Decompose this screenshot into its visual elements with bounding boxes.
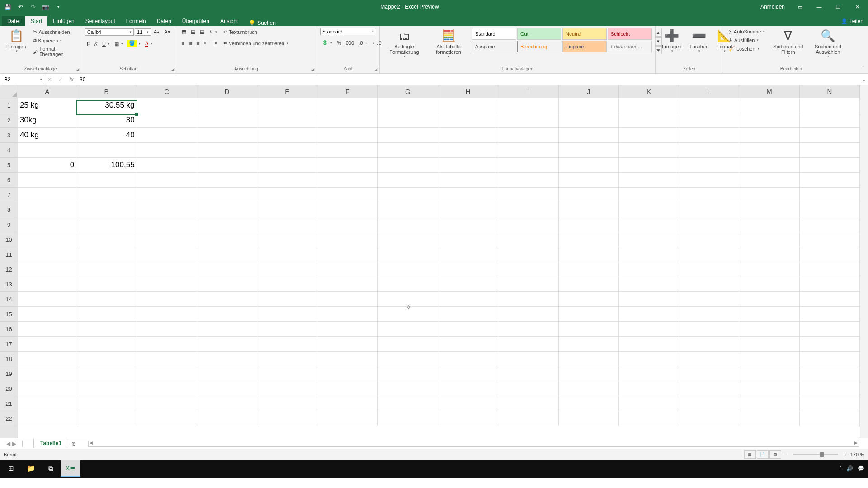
cell-N17[interactable] <box>800 337 860 352</box>
cell-E1[interactable] <box>257 98 317 113</box>
cell-N13[interactable] <box>800 277 860 292</box>
align-center-icon[interactable]: ≡ <box>187 40 193 47</box>
insert-cells-button[interactable]: ➕Einfügen▾ <box>659 28 684 54</box>
tray-up-icon[interactable]: ˄ <box>839 465 842 472</box>
cell-A21[interactable] <box>18 396 76 411</box>
close-icon[interactable]: ✕ <box>848 0 866 14</box>
cell-J14[interactable] <box>559 292 619 307</box>
cell-G2[interactable] <box>378 113 438 128</box>
cell-L9[interactable] <box>679 217 739 232</box>
cell-M22[interactable] <box>739 411 799 426</box>
paste-button[interactable]: 📋Einfügen▾ <box>4 28 28 54</box>
cell-G7[interactable] <box>378 188 438 202</box>
row-header-1[interactable]: 1 <box>0 98 18 113</box>
cell-C8[interactable] <box>137 202 197 217</box>
cell-L17[interactable] <box>679 337 739 352</box>
row-header-7[interactable]: 7 <box>0 188 18 202</box>
cell-M8[interactable] <box>739 202 799 217</box>
launcher-icon[interactable]: ◢ <box>311 67 314 71</box>
cell-C14[interactable] <box>137 292 197 307</box>
cell-B2[interactable]: 30 <box>76 113 137 128</box>
cell-C11[interactable] <box>137 247 197 262</box>
launcher-icon[interactable]: ◢ <box>171 67 174 71</box>
tell-me-search[interactable]: 💡Suchen <box>249 20 276 26</box>
insert-function-icon[interactable]: fx <box>66 76 77 83</box>
indent-inc-icon[interactable]: ⇥ <box>211 39 218 47</box>
cell-H10[interactable] <box>438 232 498 247</box>
cell-M10[interactable] <box>739 232 799 247</box>
cell-C4[interactable] <box>137 143 197 158</box>
cell-E2[interactable] <box>257 113 317 128</box>
cell-E9[interactable] <box>257 217 317 232</box>
cell-B22[interactable] <box>76 411 137 426</box>
cell-J20[interactable] <box>559 381 619 396</box>
cell-L11[interactable] <box>679 247 739 262</box>
cell-D4[interactable] <box>197 143 257 158</box>
cell-E17[interactable] <box>257 337 317 352</box>
cell-A14[interactable] <box>18 292 76 307</box>
cell-C1[interactable] <box>137 98 197 113</box>
row-header-11[interactable]: 11 <box>0 247 18 262</box>
shrink-font-icon[interactable]: A▾ <box>162 28 172 36</box>
cell-H1[interactable] <box>438 98 498 113</box>
cell-E19[interactable] <box>257 366 317 381</box>
cell-K18[interactable] <box>619 352 679 366</box>
cell-F18[interactable] <box>317 352 377 366</box>
cell-F13[interactable] <box>317 277 377 292</box>
cell-A5[interactable]: 0 <box>18 158 76 173</box>
cell-L13[interactable] <box>679 277 739 292</box>
cell-B4[interactable] <box>76 143 137 158</box>
cell-N1[interactable] <box>800 98 860 113</box>
cell-N8[interactable] <box>800 202 860 217</box>
cell-H15[interactable] <box>438 307 498 322</box>
sign-in-link[interactable]: Anmelden <box>755 4 790 10</box>
tab-data[interactable]: Daten <box>151 16 177 26</box>
cell-J11[interactable] <box>559 247 619 262</box>
row-header-18[interactable]: 18 <box>0 352 18 366</box>
cell-D21[interactable] <box>197 396 257 411</box>
cell-I6[interactable] <box>498 173 558 188</box>
cell-M20[interactable] <box>739 381 799 396</box>
style-standard[interactable]: Standard <box>472 28 516 40</box>
format-painter-button[interactable]: 🖌Format übertragen <box>31 45 77 58</box>
cell-L22[interactable] <box>679 411 739 426</box>
row-header-21[interactable]: 21 <box>0 396 18 411</box>
cell-C5[interactable] <box>137 158 197 173</box>
find-select-button[interactable]: 🔍Suchen und Auswählen▾ <box>809 28 846 59</box>
cell-M2[interactable] <box>739 113 799 128</box>
cell-H17[interactable] <box>438 337 498 352</box>
cell-N16[interactable] <box>800 322 860 337</box>
cell-K15[interactable] <box>619 307 679 322</box>
cell-H11[interactable] <box>438 247 498 262</box>
cell-E22[interactable] <box>257 411 317 426</box>
cell-B5[interactable]: 100,55 <box>76 158 137 173</box>
ribbon-display-icon[interactable]: ▭ <box>791 0 809 14</box>
tab-formulas[interactable]: Formeln <box>121 16 151 26</box>
col-header-J[interactable]: J <box>559 85 619 98</box>
cell-B19[interactable] <box>76 366 137 381</box>
cell-C12[interactable] <box>137 262 197 277</box>
font-name-select[interactable]: Calibri▾ <box>85 28 134 36</box>
cell-C16[interactable] <box>137 322 197 337</box>
cell-G1[interactable] <box>378 98 438 113</box>
cell-D17[interactable] <box>197 337 257 352</box>
cell-J9[interactable] <box>559 217 619 232</box>
bold-button[interactable]: F <box>85 40 92 47</box>
border-button[interactable]: ▦▾ <box>113 40 125 48</box>
cell-F12[interactable] <box>317 262 377 277</box>
cell-B20[interactable] <box>76 381 137 396</box>
name-box[interactable]: B2▾ <box>2 75 44 84</box>
cell-M21[interactable] <box>739 396 799 411</box>
col-header-N[interactable]: N <box>800 85 860 98</box>
row-header-17[interactable]: 17 <box>0 337 18 352</box>
cut-button[interactable]: ✂Ausschneiden <box>31 28 77 36</box>
cell-J17[interactable] <box>559 337 619 352</box>
view-pagelayout-icon[interactable]: 📄 <box>757 450 769 459</box>
col-header-A[interactable]: A <box>18 85 76 98</box>
cell-J6[interactable] <box>559 173 619 188</box>
cell-N21[interactable] <box>800 396 860 411</box>
cell-G5[interactable] <box>378 158 438 173</box>
cell-I22[interactable] <box>498 411 558 426</box>
cell-E6[interactable] <box>257 173 317 188</box>
cell-A17[interactable] <box>18 337 76 352</box>
